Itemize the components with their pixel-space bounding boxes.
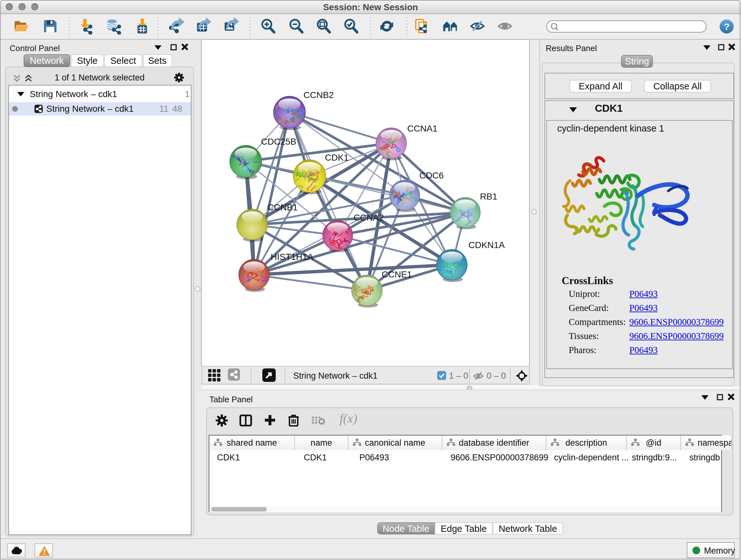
- svg-text:CDKN1A: CDKN1A: [468, 240, 505, 250]
- svg-text:CCNB1: CCNB1: [267, 202, 298, 212]
- svg-text:CCNE1: CCNE1: [382, 269, 412, 279]
- svg-text:CCNB2: CCNB2: [304, 90, 334, 100]
- svg-text:CCNA1: CCNA1: [407, 123, 437, 133]
- svg-text:CCNA2: CCNA2: [354, 212, 384, 222]
- svg-text:CDC25B: CDC25B: [261, 136, 296, 146]
- svg-text:RB1: RB1: [480, 191, 497, 201]
- svg-text:?: ?: [724, 21, 730, 32]
- svg-text:CDK1: CDK1: [325, 152, 349, 162]
- svg-text:HIST1H1A: HIST1H1A: [271, 252, 313, 261]
- svg-text:CDC6: CDC6: [419, 170, 444, 180]
